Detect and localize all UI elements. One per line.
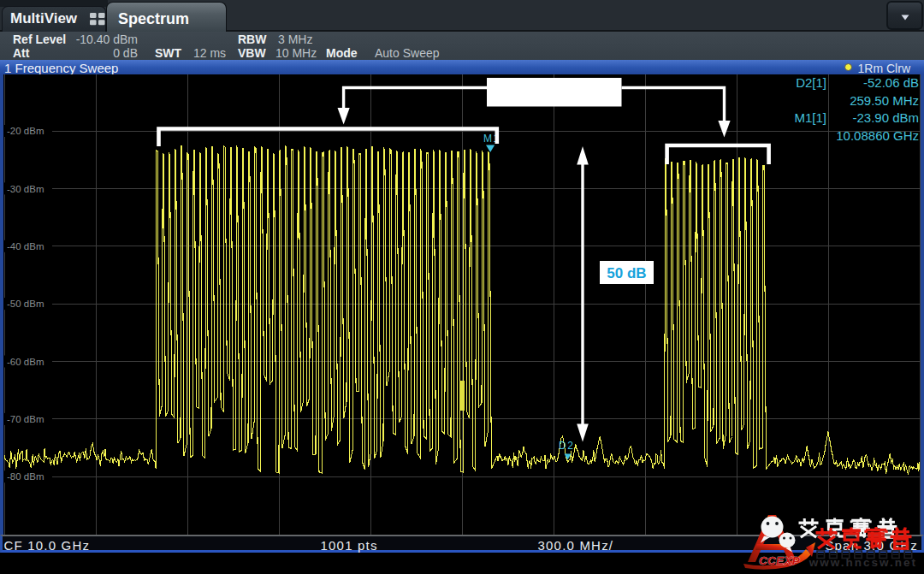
svg-text:10.08860 GHz: 10.08860 GHz — [836, 128, 919, 143]
svg-text:-30 dBm: -30 dBm — [7, 184, 44, 194]
svg-text:D2: D2 — [559, 440, 574, 452]
svg-text:-80 dBm: -80 dBm — [7, 471, 44, 482]
svg-text:259.50 MHz: 259.50 MHz — [850, 93, 919, 108]
svg-text:CCEXP: CCEXP — [759, 554, 801, 567]
svg-text:www.hncsw.net: www.hncsw.net — [808, 556, 917, 569]
svg-text:-52.06 dB: -52.06 dB — [863, 75, 919, 90]
svg-text:D2[1]: D2[1] — [796, 75, 826, 90]
svg-text:-20 dBm: -20 dBm — [7, 126, 44, 136]
svg-text:-40 dBm: -40 dBm — [7, 241, 44, 251]
svg-text:-70 dBm: -70 dBm — [7, 414, 44, 424]
svg-text:M1[1]: M1[1] — [794, 110, 826, 125]
svg-text:-60 dBm: -60 dBm — [7, 357, 44, 367]
svg-text:-50 dBm: -50 dBm — [7, 299, 44, 309]
svg-text:-23.90 dBm: -23.90 dBm — [852, 110, 919, 125]
svg-text:50 dB: 50 dB — [607, 265, 646, 281]
